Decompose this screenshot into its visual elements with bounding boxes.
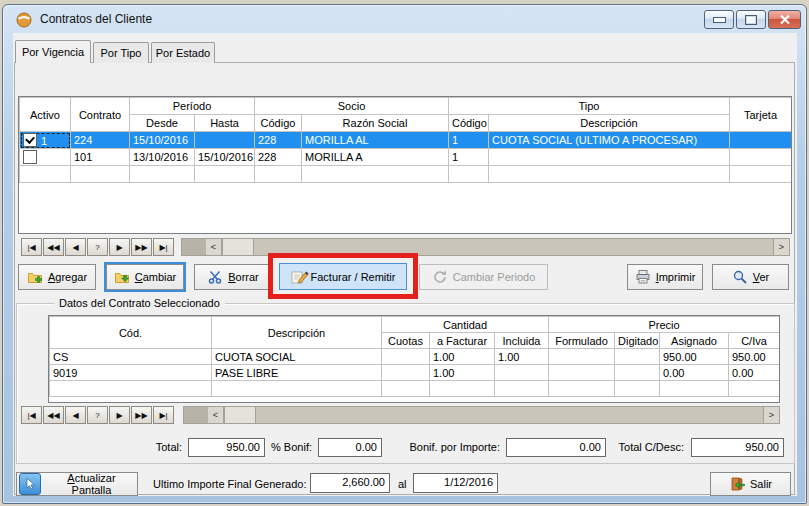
fecha-field[interactable]: 1/12/2016 — [413, 473, 498, 493]
colgroup-precio: Precio — [549, 317, 780, 333]
colgroup-socio: Socio — [255, 98, 449, 115]
col-cod: Cód. — [50, 317, 212, 349]
col-incluida: Incluida — [495, 333, 549, 349]
col-socio-codigo: Código — [255, 115, 302, 132]
minimize-button[interactable] — [704, 10, 734, 29]
exit-door-icon — [729, 476, 745, 492]
cell-activo[interactable] — [20, 149, 71, 166]
imprimir-button[interactable]: Imprimir — [627, 264, 703, 290]
nav-prior-page-button[interactable]: ◀◀ — [43, 406, 64, 424]
scroll-right-icon[interactable]: > — [773, 239, 789, 255]
screen: Contratos del Cliente Por Vigencia Por T… — [0, 0, 809, 506]
col-contrato: Contrato — [71, 98, 130, 132]
contracts-table: Activo Contrato Período Socio Tipo Tarje… — [19, 97, 792, 183]
nav-next-button[interactable]: ▶ — [109, 238, 130, 256]
tab-por-tipo[interactable]: Por Tipo — [93, 42, 149, 63]
nav-first-button[interactable]: |◀ — [21, 238, 42, 256]
checkbox-checked[interactable] — [23, 133, 37, 147]
maximize-icon — [745, 15, 757, 25]
magnifier-icon — [732, 269, 748, 285]
nav-next-page-button[interactable]: ▶▶ — [131, 238, 152, 256]
folder-plus-icon — [27, 269, 43, 285]
nav-next-page-button[interactable]: ▶▶ — [131, 406, 152, 424]
borrar-button[interactable]: Borrar — [194, 264, 272, 290]
col-digitado: Digitado — [615, 333, 660, 349]
nav-prior-page-button[interactable]: ◀◀ — [43, 238, 64, 256]
record-navigator-detail: |◀ ◀◀ ◀ ? ▶ ▶▶ ▶| — [21, 406, 181, 424]
nav-last-button[interactable]: ▶| — [153, 238, 174, 256]
printer-icon — [635, 269, 651, 285]
app-icon — [16, 12, 32, 28]
col-tarjeta: Tarjeta — [730, 98, 792, 132]
tab-por-estado[interactable]: Por Estado — [151, 42, 215, 63]
table-row-empty[interactable] — [20, 166, 792, 183]
tab-por-vigencia[interactable]: Por Vigencia — [15, 40, 91, 63]
bonif-importe-field[interactable]: 0.00 — [506, 438, 606, 457]
colgroup-cantidad: Cantidad — [382, 317, 549, 333]
nav-next-button[interactable]: ▶ — [109, 406, 130, 424]
scissors-icon — [207, 269, 223, 285]
ver-button[interactable]: Ver — [712, 264, 789, 290]
col-asignado: Asignado — [660, 333, 729, 349]
window-title: Contratos del Cliente — [40, 12, 152, 26]
scroll-left-icon[interactable]: < — [208, 407, 224, 423]
salir-button[interactable]: Salir — [710, 472, 791, 496]
col-c-iva: C/Iva — [729, 333, 780, 349]
nav-first-button[interactable]: |◀ — [21, 406, 42, 424]
checkbox-unchecked[interactable] — [23, 150, 37, 164]
table-row-selected[interactable]: 1 224 15/10/2016 228 MORILLA AL 1 CUOTA … — [20, 132, 792, 149]
detail-row[interactable]: CS CUOTA SOCIAL 1.00 1.00 950.00 950.00 — [50, 349, 780, 365]
col-activo: Activo — [20, 98, 71, 132]
ultimo-importe-field[interactable]: 2,660.00 — [310, 473, 390, 493]
col-desde: Desde — [130, 115, 195, 132]
close-icon — [779, 14, 791, 25]
nav-prior-button[interactable]: ◀ — [65, 406, 86, 424]
detail-row-empty[interactable] — [50, 381, 780, 397]
col-descripcion2: Descripción — [212, 317, 382, 349]
actualizar-pantalla-button[interactable]: Actualizar Pantalla — [16, 472, 138, 496]
record-navigator: |◀ ◀◀ ◀ ? ▶ ▶▶ ▶| — [21, 238, 181, 256]
maximize-button[interactable] — [736, 10, 766, 29]
agregar-button[interactable]: Agregar — [18, 264, 96, 290]
detail-grid: Cód. Descripción Cantidad Precio Cuotas … — [48, 315, 780, 403]
cambiar-periodo-button[interactable]: Cambiar Periodo — [419, 264, 548, 290]
nav-help-button[interactable]: ? — [87, 406, 108, 424]
col-descripcion: Descripción — [489, 115, 730, 132]
colgroup-periodo: Período — [130, 98, 255, 115]
scrollbar-thumb[interactable] — [222, 239, 254, 255]
nav-last-button[interactable]: ▶| — [153, 406, 174, 424]
col-hasta: Hasta — [195, 115, 255, 132]
groupbox-title: Datos del Contrato Seleccionado — [54, 297, 225, 309]
col-razon-social: Razón Social — [302, 115, 449, 132]
scroll-right-icon[interactable]: > — [763, 407, 779, 423]
cell-activo[interactable]: 1 — [20, 132, 71, 149]
scrollbar-gap — [184, 407, 208, 423]
nav-help-button[interactable]: ? — [87, 238, 108, 256]
horizontal-scrollbar-detail[interactable]: < > — [183, 406, 780, 424]
detail-table: Cód. Descripción Cantidad Precio Cuotas … — [49, 316, 780, 397]
cambiar-button[interactable]: Cambiar — [106, 264, 184, 290]
scrollbar-track[interactable] — [256, 407, 763, 423]
nav-prior-button[interactable]: ◀ — [65, 238, 86, 256]
total-cdesc-field[interactable]: 950.00 — [691, 438, 784, 457]
scrollbar-thumb[interactable] — [224, 407, 256, 423]
total-label: Total: — [120, 441, 182, 453]
colgroup-tipo: Tipo — [449, 98, 730, 115]
col-cuotas: Cuotas — [382, 333, 430, 349]
scrollbar-track[interactable] — [254, 239, 773, 255]
scrollbar-gap — [182, 239, 206, 255]
scroll-left-icon[interactable]: < — [206, 239, 222, 255]
facturar-remitir-button[interactable]: Facturar / Remitir — [279, 263, 407, 290]
col-a-facturar: a Facturar — [430, 333, 495, 349]
bonif-field[interactable]: 0.00 — [318, 438, 382, 457]
close-button[interactable] — [768, 10, 801, 29]
table-row[interactable]: 101 13/10/2016 15/10/2016 228 MORILLA A … — [20, 149, 792, 166]
total-cdesc-label: Total C/Desc: — [608, 441, 684, 453]
detail-row[interactable]: 9019 PASE LIBRE 1.00 0.00 0.00 — [50, 365, 780, 381]
invoice-pencil-icon — [291, 269, 309, 285]
horizontal-scrollbar[interactable]: < > — [181, 238, 790, 256]
col-tipo-codigo: Código — [449, 115, 489, 132]
bonif-label: % Bonif: — [266, 441, 312, 453]
minimize-icon — [713, 17, 726, 23]
total-field[interactable]: 950.00 — [188, 438, 265, 457]
